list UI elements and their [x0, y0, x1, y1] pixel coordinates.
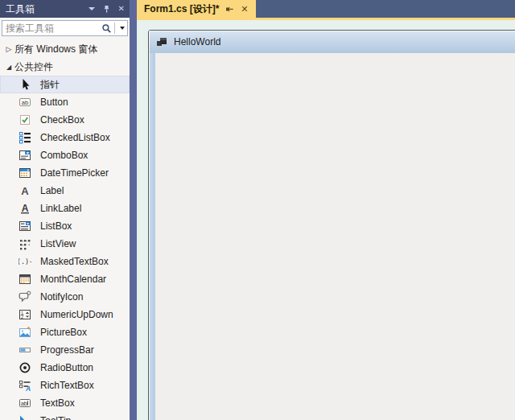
listbox-icon: [19, 220, 31, 233]
toolbox-item-maskedtextbox[interactable]: (.)- MaskedTextBox: [0, 253, 130, 270]
toolbox-group-all-windows-forms[interactable]: 所有 Windows 窗体: [0, 40, 130, 58]
form-title: HelloWorld: [174, 36, 220, 47]
form-client-area[interactable]: [155, 53, 515, 420]
toolbox-item-[interactable]: 指针: [0, 76, 130, 93]
form-left-frame: [149, 53, 155, 420]
search-icon: [101, 23, 112, 34]
form-body: [149, 53, 515, 420]
close-icon[interactable]: ✕: [118, 5, 125, 13]
close-icon[interactable]: ✕: [241, 4, 248, 14]
svg-text:A: A: [22, 203, 29, 214]
pin-icon[interactable]: [102, 5, 111, 14]
radiobutton-icon: [19, 361, 31, 374]
toolbox-item-textbox[interactable]: ab TextBox: [0, 394, 130, 412]
group-label: 公共控件: [14, 60, 53, 74]
toolbox-title: 工具箱: [6, 2, 89, 16]
monthcalendar-icon: [19, 273, 31, 286]
numericupdown-icon: 12: [19, 308, 31, 321]
designer-surface: HelloWorld: [137, 20, 515, 420]
svg-text:(.)-: (.)-: [19, 257, 31, 266]
toolbox-item-notifyicon[interactable]: NotifyIcon: [0, 288, 130, 306]
toolbox-item-checkbox[interactable]: CheckBox: [0, 111, 130, 129]
group-label: 所有 Windows 窗体: [14, 43, 97, 56]
textbox-icon: ab: [19, 397, 31, 410]
tooltip-icon: [19, 414, 31, 420]
notifyicon-icon: [19, 290, 31, 303]
designed-form-window[interactable]: HelloWorld: [148, 30, 515, 420]
toolbox-item-picturebox[interactable]: PictureBox: [0, 323, 130, 341]
document-area: Form1.cs [设计]* ✕ HelloWorld: [137, 0, 515, 420]
search-box: [2, 20, 128, 36]
toolbox-item-linklabel[interactable]: A LinkLabel: [0, 200, 130, 217]
picturebox-icon: [19, 326, 31, 339]
progressbar-icon: [19, 344, 31, 356]
pointer-icon: [19, 78, 31, 91]
toolbox-item-listview[interactable]: ListView: [0, 235, 130, 253]
linklabel-icon: A: [19, 202, 31, 215]
button-icon: ab: [19, 96, 31, 109]
expander-expanded-icon[interactable]: [3, 63, 14, 71]
toolbox-item-label[interactable]: A Label: [0, 182, 130, 200]
toolbox-body: 所有 Windows 窗体 公共控件 指针 ab Button CheckBox…: [0, 39, 130, 420]
search-input[interactable]: [2, 23, 101, 34]
tab-form1-designer[interactable]: Form1.cs [设计]* ✕: [137, 0, 256, 18]
toolbox-panel: 工具箱 ✕: [0, 0, 130, 420]
checkedlistbox-icon: [19, 131, 31, 144]
toolbox-search-row: [0, 18, 130, 39]
toolbox-item-listbox[interactable]: ListBox: [0, 217, 130, 235]
svg-text:A: A: [25, 385, 31, 392]
panel-splitter[interactable]: [130, 0, 137, 420]
search-divider: [114, 23, 115, 34]
toolbox-item-datetimepicker[interactable]: DateTimePicker: [0, 164, 130, 182]
svg-text:ab: ab: [22, 99, 28, 106]
tab-label: Form1.cs [设计]*: [144, 2, 219, 16]
toolbox-item-richtextbox[interactable]: A RichTextBox: [0, 377, 130, 394]
toolbox-item-tooltip[interactable]: ToolTip: [0, 412, 130, 420]
vs-ide-window: 工具箱 ✕: [0, 0, 515, 420]
checkbox-icon: [19, 113, 31, 126]
toolbox-item-numericupdown[interactable]: 12 NumericUpDown: [0, 306, 130, 323]
toolbox-group-common-controls[interactable]: 公共控件: [0, 58, 130, 76]
listview-icon: [19, 237, 31, 250]
expander-collapsed-icon[interactable]: [3, 45, 14, 53]
window-position-menu-icon[interactable]: [89, 7, 95, 10]
chevron-down-icon: [120, 27, 125, 30]
label-icon: A: [19, 184, 31, 197]
form-titlebar[interactable]: HelloWorld: [149, 31, 515, 53]
pin-icon[interactable]: [225, 5, 234, 14]
toolbox-item-combobox[interactable]: ComboBox: [0, 146, 130, 164]
toolbox-item-progressbar[interactable]: ProgressBar: [0, 341, 130, 359]
maskedtextbox-icon: (.)-: [19, 255, 31, 268]
toolbox-item-monthcalendar[interactable]: MonthCalendar: [0, 270, 130, 288]
toolbox-item-radiobutton[interactable]: RadioButton: [0, 359, 130, 377]
svg-text:ab: ab: [21, 400, 27, 407]
combobox-icon: [19, 149, 31, 162]
toolbox-item-button[interactable]: ab Button: [0, 93, 130, 111]
search-options-button[interactable]: [117, 27, 127, 30]
svg-text:A: A: [21, 185, 29, 197]
toolbox-item-checkedlistbox[interactable]: CheckedListBox: [0, 129, 130, 146]
richtextbox-icon: A: [19, 379, 31, 392]
datetimepicker-icon: [19, 167, 31, 179]
toolbox-titlebar[interactable]: 工具箱 ✕: [0, 0, 130, 18]
document-tab-bar: Form1.cs [设计]* ✕: [137, 0, 515, 18]
toolbox-item-list: 指针 ab Button CheckBox CheckedListBox Com…: [0, 76, 130, 420]
form-window-icon: [156, 37, 167, 47]
